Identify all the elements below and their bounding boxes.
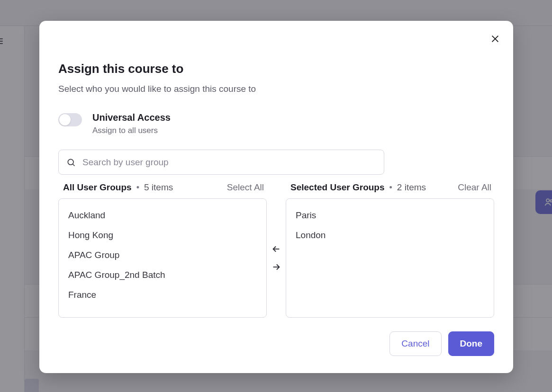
- list-item[interactable]: Auckland: [59, 205, 266, 225]
- universal-access-desc: Assign to all users: [92, 126, 171, 135]
- search-input[interactable]: [82, 157, 376, 168]
- clear-all-button[interactable]: Clear All: [458, 182, 491, 193]
- close-button[interactable]: [488, 31, 503, 46]
- select-all-button[interactable]: Select All: [227, 182, 264, 193]
- selected-groups-count: 2 items: [397, 182, 426, 193]
- modal-subtitle: Select who you would like to assign this…: [58, 84, 494, 94]
- dot-separator: •: [389, 183, 392, 193]
- toggle-knob: [59, 114, 71, 125]
- universal-access-label: Universal Access: [92, 112, 171, 123]
- cancel-button[interactable]: Cancel: [389, 331, 441, 356]
- arrow-right-icon: [271, 262, 281, 272]
- move-left-button[interactable]: [270, 242, 283, 256]
- list-item[interactable]: Paris: [286, 205, 494, 225]
- universal-access-toggle[interactable]: [58, 113, 82, 126]
- all-groups-title: All User Groups: [63, 182, 132, 193]
- svg-point-2: [68, 159, 73, 165]
- universal-access-row: Universal Access Assign to all users: [58, 112, 494, 135]
- close-icon: [490, 34, 500, 44]
- arrow-left-icon: [271, 244, 281, 254]
- all-groups-count: 5 items: [144, 182, 173, 193]
- dot-separator: •: [136, 183, 139, 193]
- list-item[interactable]: France: [59, 285, 266, 305]
- done-button[interactable]: Done: [448, 331, 495, 356]
- assign-course-modal: Assign this course to Select who you wou…: [39, 21, 513, 373]
- move-right-button[interactable]: [270, 260, 283, 274]
- modal-title: Assign this course to: [58, 62, 494, 76]
- selected-groups-title: Selected User Groups: [290, 182, 385, 193]
- list-item[interactable]: APAC Group: [59, 245, 266, 265]
- list-item[interactable]: London: [286, 225, 494, 245]
- list-item[interactable]: Hong Kong: [59, 225, 266, 245]
- selected-groups-list: Paris London: [286, 198, 494, 318]
- search-box[interactable]: [58, 150, 384, 175]
- list-item[interactable]: APAC Group_2nd Batch: [59, 265, 266, 285]
- all-groups-list: Auckland Hong Kong APAC Group APAC Group…: [58, 198, 267, 318]
- search-icon: [66, 158, 76, 167]
